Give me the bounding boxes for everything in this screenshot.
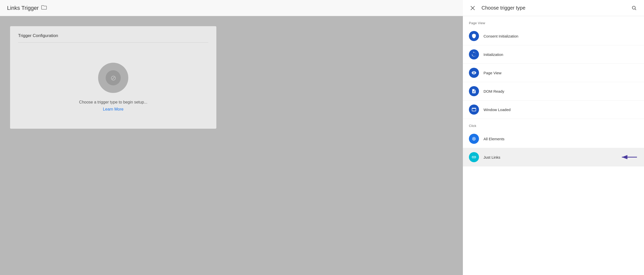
- svg-point-1: [473, 138, 475, 140]
- search-button[interactable]: [630, 4, 638, 12]
- top-bar-title: Links Trigger: [7, 5, 47, 11]
- trigger-config-title: Trigger Configuration: [18, 33, 208, 43]
- trigger-item-initialization[interactable]: Initialization: [463, 45, 644, 64]
- trigger-icon-inner: ⊘: [106, 70, 121, 85]
- page-title: Links Trigger: [7, 5, 39, 11]
- trigger-prompt-text: Choose a trigger type to begin setup...: [79, 100, 147, 105]
- trigger-icon-placeholder: ⊘: [98, 63, 128, 93]
- trigger-config-card: Trigger Configuration ⊘ Choose a trigger…: [10, 26, 216, 129]
- trigger-item-window-loaded[interactable]: Window Loaded: [463, 100, 644, 119]
- dom-ready-icon: [469, 86, 479, 96]
- right-panel: Choose trigger type Page View Consent In…: [463, 0, 644, 275]
- trigger-item-page-view[interactable]: Page View: [463, 64, 644, 82]
- content-area: Trigger Configuration ⊘ Choose a trigger…: [0, 16, 463, 275]
- trigger-item-dom-ready[interactable]: DOM Ready: [463, 82, 644, 100]
- learn-more-link[interactable]: Learn More: [103, 107, 124, 112]
- close-button[interactable]: [469, 4, 476, 12]
- section-label-click: Click: [463, 119, 644, 130]
- window-loaded-icon: [469, 105, 479, 115]
- page-view-label: Page View: [484, 71, 501, 75]
- main-area: Links Trigger Trigger Configuration ⊘ Ch…: [0, 0, 463, 275]
- trigger-config-body: ⊘ Choose a trigger type to begin setup..…: [18, 48, 208, 122]
- page-view-icon: [469, 68, 479, 78]
- trigger-list: Page View Consent Initialization Initial…: [463, 16, 644, 275]
- just-links-icon: [469, 152, 479, 162]
- consent-init-icon: [469, 31, 479, 41]
- trigger-icon-symbol: ⊘: [110, 74, 116, 82]
- trigger-item-all-elements[interactable]: All Elements: [463, 130, 644, 148]
- initialization-icon: [469, 49, 479, 59]
- panel-header-left: Choose trigger type: [469, 4, 526, 12]
- just-links-label: Just Links: [484, 155, 500, 159]
- folder-icon: [41, 5, 47, 11]
- initialization-label: Initialization: [484, 52, 503, 57]
- section-label-page-view: Page View: [463, 16, 644, 27]
- window-loaded-label: Window Loaded: [484, 108, 511, 112]
- trigger-item-just-links[interactable]: Just Links: [463, 148, 644, 166]
- arrow-annotation: [618, 153, 638, 161]
- top-bar: Links Trigger: [0, 0, 463, 16]
- all-elements-label: All Elements: [484, 137, 504, 141]
- consent-init-label: Consent Initialization: [484, 34, 518, 38]
- trigger-item-consent-init[interactable]: Consent Initialization: [463, 27, 644, 45]
- panel-title: Choose trigger type: [481, 5, 526, 11]
- dom-ready-label: DOM Ready: [484, 89, 504, 93]
- panel-header: Choose trigger type: [463, 0, 644, 16]
- all-elements-icon: [469, 134, 479, 144]
